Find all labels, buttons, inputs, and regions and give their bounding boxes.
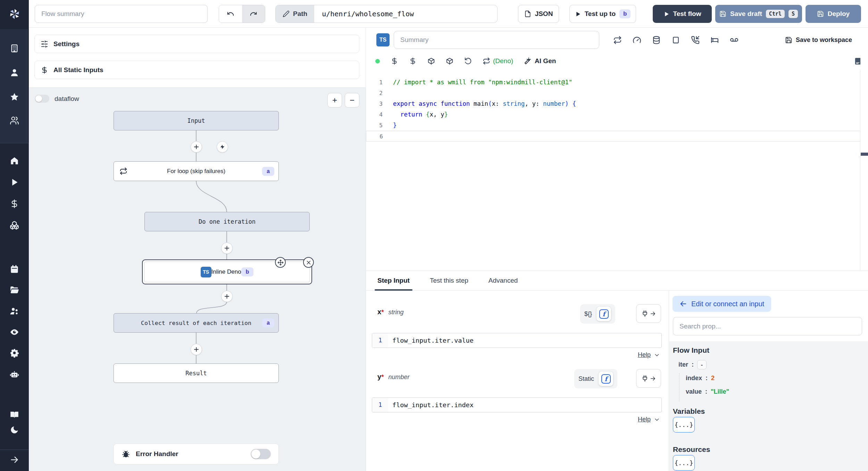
add-step-button[interactable] <box>221 242 233 254</box>
resources-object-button[interactable]: {...} <box>673 455 695 471</box>
code-line[interactable]: 1// import * as wmill from "npm:windmill… <box>366 77 860 88</box>
repeat-icon[interactable] <box>613 36 622 44</box>
add-step-button[interactable] <box>191 344 202 355</box>
settings-card[interactable]: Settings <box>34 35 359 53</box>
tab-step-input[interactable]: Step Input <box>377 271 410 290</box>
save-to-workspace-button[interactable]: Save to workspace <box>785 28 852 52</box>
node-collect-result[interactable]: Collect result of each iteration a <box>114 313 279 333</box>
field-x-expression[interactable]: flow_input.iter.value <box>388 337 474 344</box>
phone-incoming-icon[interactable] <box>691 36 700 44</box>
sidebar-item-audit-logs[interactable] <box>0 326 29 338</box>
code-line[interactable]: 2 <box>366 88 860 99</box>
code-editor[interactable]: 1// import * as wmill from "npm:windmill… <box>366 70 860 271</box>
delete-node-button[interactable] <box>303 257 314 268</box>
tab-advanced[interactable]: Advanced <box>489 271 518 290</box>
node-do-one-iteration[interactable]: Do one iteration <box>144 212 310 231</box>
undo-button[interactable] <box>219 5 242 23</box>
sidebar-item-schedules[interactable] <box>0 263 29 275</box>
field-x-editor[interactable]: 1 flow_input.iter.value <box>372 333 662 348</box>
code-line[interactable]: 4 return {x, y} <box>366 109 860 120</box>
node-result[interactable]: Result <box>114 363 279 383</box>
prop-value-row[interactable]: value : "Lille" <box>686 388 729 395</box>
sidebar-item-ai[interactable] <box>0 368 29 380</box>
add-trigger-button[interactable] <box>217 141 228 153</box>
sidebar-item-folders[interactable] <box>0 284 29 296</box>
voicemail-icon[interactable] <box>730 36 738 44</box>
deploy-button[interactable]: Deploy <box>806 5 861 23</box>
move-node-button[interactable] <box>275 257 286 268</box>
sidebar-item-workspace[interactable] <box>0 42 29 54</box>
add-step-button[interactable] <box>191 141 202 153</box>
path-value[interactable]: u/henri/wholesome_flow <box>314 5 422 23</box>
field-y-connect-button[interactable] <box>636 369 661 388</box>
sidebar-item-groups[interactable] <box>0 305 29 317</box>
ai-gen-button[interactable]: AI Gen <box>524 57 556 65</box>
prop-index-row[interactable]: index : 2 <box>686 375 729 382</box>
summary-field[interactable] <box>394 31 599 49</box>
node-inline-deno-selected[interactable]: TS Inline Deno b <box>142 259 312 284</box>
runtime-select[interactable]: (Deno) <box>483 57 513 65</box>
redo-button[interactable] <box>242 5 265 23</box>
prop-iter-row[interactable]: iter : - <box>678 360 707 369</box>
field-y-mode-toggle[interactable]: Static f <box>574 369 617 388</box>
sidebar-item-home[interactable] <box>0 155 29 166</box>
sidebar-item-variables[interactable] <box>0 198 29 209</box>
error-handler-toggle[interactable] <box>251 449 271 459</box>
save-draft-button[interactable]: Save draft Ctrl S <box>715 5 802 23</box>
all-static-inputs-card[interactable]: All Static Inputs <box>34 61 359 79</box>
sidebar-expand-button[interactable] <box>0 454 29 465</box>
summary-input[interactable] <box>394 31 599 49</box>
collapse-button[interactable]: - <box>697 360 707 369</box>
sidebar-item-docs[interactable] <box>0 409 29 420</box>
editor-minimap[interactable] <box>860 70 868 271</box>
node-input[interactable]: Input <box>114 111 279 130</box>
variables-object-button[interactable]: {...} <box>673 417 695 433</box>
field-y-help[interactable]: Help <box>638 416 660 423</box>
sidebar-item-workers[interactable] <box>0 347 29 359</box>
error-handler-card[interactable]: Error Handler <box>114 444 279 464</box>
flow-summary-field[interactable] <box>35 5 208 23</box>
line-number: 5 <box>366 120 383 131</box>
test-flow-button[interactable]: Test flow <box>653 5 712 23</box>
json-button[interactable]: JSON <box>518 5 559 23</box>
code-line[interactable]: 6 <box>366 131 860 142</box>
tab-test-this-step[interactable]: Test this step <box>430 271 468 290</box>
add-step-button[interactable] <box>221 291 233 302</box>
library-button[interactable] <box>854 52 862 70</box>
field-y-expression[interactable]: flow_input.iter.index <box>388 401 474 409</box>
package-icon[interactable] <box>427 57 435 65</box>
sidebar-item-switch-workspace[interactable] <box>0 114 29 126</box>
test-up-to-button[interactable]: Test up to b <box>569 5 636 23</box>
sidebar-item-favorites[interactable] <box>0 91 29 103</box>
reset-icon[interactable] <box>464 57 472 65</box>
gauge-icon[interactable] <box>633 36 641 44</box>
sidebar-item-user[interactable] <box>0 67 29 78</box>
mode-static-label[interactable]: Static <box>578 375 594 383</box>
sidebar-item-resources[interactable] <box>0 219 29 231</box>
assets-dollar-icon[interactable] <box>391 57 398 65</box>
square-icon[interactable] <box>671 36 680 44</box>
sidebar-item-dark-mode[interactable] <box>0 424 29 436</box>
package-icon[interactable] <box>446 57 453 65</box>
field-y-editor[interactable]: 1 flow_input.iter.index <box>372 397 662 412</box>
field-x-connect-button[interactable] <box>636 304 661 323</box>
edit-or-connect-button[interactable]: Edit or connect an input <box>673 296 771 312</box>
mode-javascript-button[interactable]: f <box>596 307 611 321</box>
field-x-mode-toggle[interactable]: ${} f <box>580 304 615 324</box>
sidebar-item-runs[interactable] <box>0 176 29 188</box>
code-line[interactable]: 5} <box>366 120 860 131</box>
calendar-icon <box>10 264 19 274</box>
mode-template-label[interactable]: ${} <box>584 310 592 318</box>
field-x-help[interactable]: Help <box>638 351 660 359</box>
database-icon[interactable] <box>652 36 661 44</box>
mode-javascript-button[interactable]: f <box>599 371 613 386</box>
path-field[interactable]: Path u/henri/wholesome_flow <box>275 5 498 23</box>
bed-icon[interactable] <box>710 36 719 44</box>
windmill-logo-icon[interactable] <box>0 8 29 20</box>
search-prop-input[interactable] <box>673 317 862 335</box>
flow-summary-input[interactable] <box>35 5 208 23</box>
search-prop-field[interactable] <box>673 317 862 335</box>
node-forloop[interactable]: For loop (skip failures) a <box>114 161 279 181</box>
vars-dollar-icon[interactable] <box>409 57 417 65</box>
code-line[interactable]: 3export async function main(x: string, y… <box>366 99 860 109</box>
